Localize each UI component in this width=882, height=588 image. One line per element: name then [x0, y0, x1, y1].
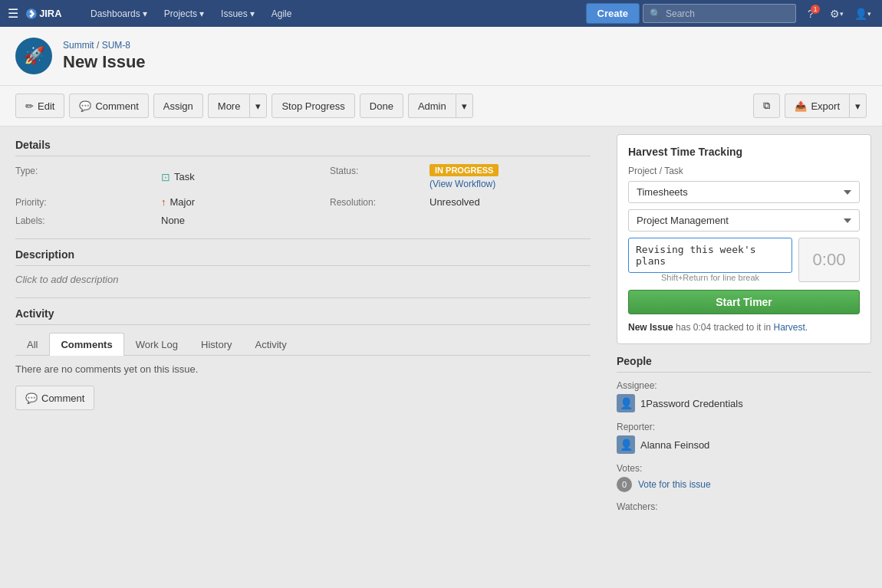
description-placeholder[interactable]: Click to add description: [15, 274, 591, 285]
nav-dashboards[interactable]: Dashboards ▾: [83, 0, 155, 27]
hamburger-menu[interactable]: ☰: [8, 6, 18, 21]
export-button[interactable]: 📤 Export: [785, 94, 849, 118]
assignee-item: Assignee: 👤 1Password Credentials: [617, 380, 871, 412]
harvest-dropdown-2[interactable]: Project Management Development Bug Fix: [628, 209, 860, 232]
view-workflow-link[interactable]: (View Workflow): [429, 179, 495, 189]
admin-button[interactable]: Admin: [408, 94, 456, 118]
details-grid: Type: ⊡ Task Status: IN PROGRESS (View W…: [15, 164, 591, 226]
reporter-label: Reporter:: [617, 422, 871, 432]
user-menu-button[interactable]: 👤 ▾: [851, 2, 874, 25]
harvest-dropdown-1[interactable]: Timesheets Development Design QA: [628, 181, 860, 203]
watchers-item: Watchers:: [617, 501, 871, 512]
issue-toolbar: ✏ Edit 💬 Comment Assign More ▾ Stop Prog…: [0, 86, 882, 126]
labels-value: None: [161, 214, 322, 226]
svg-text:JIRA: JIRA: [39, 8, 61, 19]
admin-button-group: Admin ▾: [408, 94, 473, 118]
settings-button[interactable]: ⚙ ▾: [825, 2, 848, 25]
notification-badge: 1: [811, 5, 820, 14]
details-section-title: Details: [15, 139, 591, 156]
priority-icon: ↑: [161, 196, 166, 208]
done-button[interactable]: Done: [360, 94, 403, 118]
harvest-note-input[interactable]: [628, 238, 792, 273]
breadcrumb: Summit / SUM-8: [63, 40, 146, 51]
description-section: Description Click to add description: [15, 248, 591, 285]
assignee-value: 👤 1Password Credentials: [617, 394, 871, 412]
project-avatar: 🚀: [15, 38, 52, 74]
harvest-note-hint: Shift+Return for line break: [628, 273, 792, 282]
export-icon: 📤: [795, 100, 807, 112]
activity-divider: [15, 297, 591, 298]
harvest-start-timer-button[interactable]: Start Timer: [628, 290, 860, 314]
assign-button[interactable]: Assign: [153, 94, 203, 118]
header-text: Summit / SUM-8 New Issue: [63, 40, 146, 72]
main-content: Details Type: ⊡ Task Status: IN PROGRESS…: [0, 126, 882, 529]
tab-history[interactable]: History: [189, 333, 243, 356]
details-divider: [15, 238, 591, 239]
people-panel: People Assignee: 👤 1Password Credentials…: [617, 355, 871, 512]
comment-action-button[interactable]: 💬 Comment: [15, 386, 94, 410]
description-section-title: Description: [15, 248, 591, 266]
nav-agile[interactable]: Agile: [264, 0, 300, 27]
breadcrumb-issue-link[interactable]: SUM-8: [102, 40, 130, 51]
reporter-value: 👤 Alanna Feinsod: [617, 435, 871, 454]
harvest-note-row: Shift+Return for line break 0:00: [628, 238, 860, 282]
nav-issues[interactable]: Issues ▾: [213, 0, 262, 27]
more-button-group: More ▾: [208, 94, 268, 118]
search-icon: 🔍: [650, 8, 661, 19]
top-navigation: ☰ JIRA Dashboards ▾ Projects ▾ Issues ▾ …: [0, 0, 882, 27]
votes-item: Votes: 0 Vote for this issue: [617, 463, 871, 492]
admin-caret-button[interactable]: ▾: [456, 94, 473, 118]
nav-projects[interactable]: Projects ▾: [156, 0, 212, 27]
open-external-button[interactable]: ⧉: [753, 94, 780, 118]
right-panel: Harvest Time Tracking Project / Task Tim…: [606, 126, 882, 529]
activity-tabs: All Comments Work Log History Activity: [15, 333, 591, 356]
no-comments-text: There are no comments yet on this issue.: [15, 363, 591, 375]
tab-activity[interactable]: Activity: [244, 333, 298, 356]
resolution-value: Unresolved: [429, 195, 591, 208]
votes-row: 0 Vote for this issue: [617, 477, 871, 492]
pencil-icon: ✏: [25, 100, 34, 112]
activity-section-title: Activity: [15, 307, 591, 325]
comment-button[interactable]: 💬 Comment: [69, 94, 148, 118]
harvest-title: Harvest Time Tracking: [628, 146, 860, 158]
harvest-link[interactable]: Harvest.: [773, 322, 808, 333]
status-label: Status:: [330, 164, 422, 189]
tab-all[interactable]: All: [15, 333, 49, 356]
jira-logo: JIRA: [26, 6, 72, 21]
search-bar[interactable]: 🔍 Search: [643, 4, 796, 23]
nav-right-actions: 🔍 Search ? 1 ⚙ ▾ 👤 ▾: [643, 2, 874, 25]
help-button[interactable]: ? 1: [799, 2, 822, 25]
tab-comments[interactable]: Comments: [49, 333, 123, 356]
external-link-icon: ⧉: [763, 100, 770, 112]
more-button[interactable]: More: [208, 94, 250, 118]
reporter-item: Reporter: 👤 Alanna Feinsod: [617, 422, 871, 454]
stop-progress-button[interactable]: Stop Progress: [272, 94, 354, 118]
main-nav-menu: Dashboards ▾ Projects ▾ Issues ▾ Agile: [83, 0, 580, 27]
type-label: Type:: [15, 164, 153, 189]
more-caret-button[interactable]: ▾: [249, 94, 267, 118]
votes-label: Votes:: [617, 463, 871, 474]
comment-action-icon: 💬: [25, 393, 38, 404]
vote-link[interactable]: Vote for this issue: [638, 479, 711, 490]
labels-label: Labels:: [15, 214, 153, 226]
status-value: IN PROGRESS (View Workflow): [429, 164, 591, 189]
resolution-label: Resolution:: [330, 195, 422, 208]
task-icon: ⊡: [161, 171, 170, 183]
harvest-footer: New Issue has 0:04 tracked to it in Harv…: [628, 322, 860, 333]
page-header: 🚀 Summit / SUM-8 New Issue: [0, 27, 882, 86]
toolbar-right-actions: ⧉ 📤 Export ▾: [753, 94, 867, 118]
export-button-group: 📤 Export ▾: [785, 94, 867, 118]
assignee-label: Assignee:: [617, 380, 871, 391]
type-value: ⊡ Task: [161, 164, 322, 189]
people-section-title: People: [617, 355, 871, 373]
comment-icon: 💬: [79, 100, 91, 112]
export-caret-button[interactable]: ▾: [849, 94, 867, 118]
activity-section: Activity All Comments Work Log History A…: [15, 307, 591, 410]
harvest-timer-display: 0:00: [798, 238, 860, 282]
edit-button[interactable]: ✏ Edit: [15, 94, 64, 118]
reporter-avatar: 👤: [617, 435, 635, 454]
create-button[interactable]: Create: [586, 3, 640, 24]
tab-worklog[interactable]: Work Log: [124, 333, 189, 356]
breadcrumb-project-link[interactable]: Summit: [63, 40, 94, 51]
page-title: New Issue: [63, 52, 146, 72]
